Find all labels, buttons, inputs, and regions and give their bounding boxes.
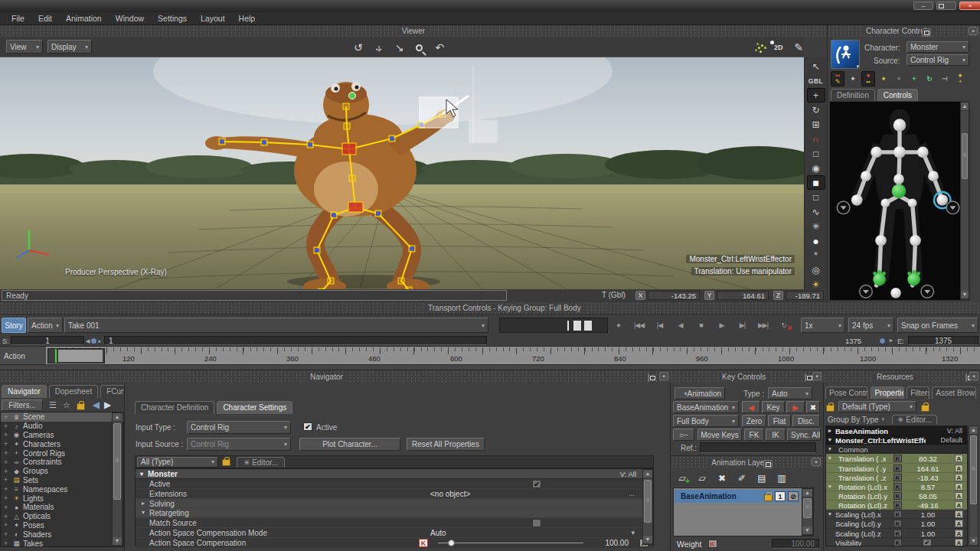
reset-all-properties-button[interactable]: Reset All Properties [407,438,485,451]
right-elbow-joint[interactable] [928,171,939,181]
goto-start-button[interactable]: |◀◀ [629,318,649,333]
zero-button[interactable]: Zero [742,415,766,427]
menu-item[interactable]: Animation [59,14,109,23]
expand-icon[interactable] [4,494,11,502]
axes-display[interactable]: * [807,248,825,262]
expand-icon[interactable] [4,440,11,448]
head-effector[interactable] [349,93,356,99]
resources-lock-icon-2[interactable] [921,405,929,412]
camera-gizmo-toggle[interactable]: ◎ [807,262,825,277]
z-coordinate-field[interactable]: -189.71 [786,291,824,300]
animation-layers-header[interactable]: Animation Layers × [671,456,823,469]
expand-icon[interactable] [4,468,11,475]
tree-item[interactable]: ◐ Shaders [1,530,123,539]
compensation-slider-knob[interactable] [448,540,455,546]
menu-item[interactable]: Settings [151,14,194,23]
key-badge[interactable]: K [893,492,902,500]
right-knee-joint[interactable] [910,235,921,246]
playback-speed-dropdown[interactable]: 1x [801,318,845,333]
key-badge[interactable]: K [893,501,902,509]
animation-mode-dropdown[interactable]: Animation [675,387,725,399]
property-row[interactable]: Extensions <no object> ... [136,489,653,499]
layer-brush-button[interactable]: ✐ [734,472,750,484]
duplicate-layer-button[interactable]: ▱ [694,472,710,484]
resources-tab[interactable]: Pose Controls [825,386,868,399]
menu-item[interactable]: Help [232,14,263,23]
timeline-ruler[interactable]: Action 120240360480600720840960108012001… [0,346,980,364]
expand-icon[interactable] [4,504,11,511]
expand-icon[interactable] [4,540,11,547]
character-controls-tab[interactable]: Definition [831,89,875,102]
property-row[interactable]: ▾ Retargeting [136,508,653,518]
layer-row[interactable]: BaseAnimation 1 ⊘ [675,490,800,503]
timeline-preview[interactable] [499,318,608,333]
input-source-dropdown[interactable]: Control Rig [187,438,291,451]
timeline-range-track[interactable] [47,348,105,364]
resource-property-row[interactable]: ▸ BaseAnimation V: All [826,426,967,435]
tree-item[interactable]: + Control Rigs [1,448,123,458]
type-dropdown[interactable]: Default (Type) [838,401,916,412]
source-dropdown[interactable]: Control Rig [906,54,969,66]
property-checkbox[interactable]: ✔ [532,480,541,488]
menu-item[interactable]: File [5,14,31,23]
tree-item[interactable]: ▦ Takes [1,539,123,547]
menu-item[interactable]: Edit [31,14,59,23]
key-type-dropdown[interactable]: Auto [768,387,812,399]
previous-key-button[interactable]: |◀ [649,318,670,333]
key-controls-float-icon[interactable] [805,373,806,382]
polygon-display[interactable]: ● [807,233,825,248]
key-badge[interactable]: K [893,474,902,481]
navigator-close-icon[interactable]: × [659,372,668,380]
full-body-keying-icon[interactable]: ✦•• [861,71,875,86]
tree-item[interactable]: ◆ Groups [1,467,123,476]
resource-property-row[interactable]: Rotation (Lcl).z K -49.16 A [826,500,967,510]
group-by-label[interactable]: Group By Type [828,416,879,424]
new-layer-button[interactable]: ▱+ [675,472,690,484]
marker-tool[interactable]: ✳ [807,219,825,233]
left-elbow-joint[interactable] [861,171,871,181]
expand-icon[interactable] [4,530,11,538]
tree-item[interactable]: ✦ Poses [1,521,123,530]
take-dropdown[interactable]: Take 001 [64,318,488,333]
region-select-tool[interactable]: □ [807,146,825,161]
resource-property-row[interactable]: ▾ Common [826,445,967,454]
tree-item[interactable]: ☀ Lights [1,494,123,503]
tree-item[interactable]: ≡ Namespaces [1,484,123,494]
delete-layer-button[interactable]: ✖ [714,472,730,484]
key-badge[interactable]: K [893,530,902,537]
key-badge[interactable]: K [893,465,902,472]
resource-property-row[interactable]: Translation ( .z K -18.43 A [826,473,967,482]
move-keys-button[interactable]: Move Keys [697,429,742,441]
viewer-panel-header[interactable]: Viewer [0,25,827,37]
resources-float-icon[interactable] [965,373,967,382]
pan-tool[interactable] [374,42,384,53]
tree-item[interactable]: ♪ Audio [1,422,123,431]
anim-badge[interactable]: A [955,483,963,491]
keying-group-dropdown[interactable]: Full Body [673,415,739,427]
layer-mute-icon[interactable]: ⊘ [788,491,799,501]
shaded-display-mode[interactable]: ■ [807,175,825,190]
chest-effector[interactable] [342,143,356,155]
pin-both-icon[interactable]: ⊣ [938,71,952,86]
character-settings-tab[interactable]: Character Definition [135,401,214,414]
merge-all-layers-button[interactable]: ▥ [774,472,789,484]
key-flag-badge[interactable]: K [419,539,428,547]
float-panel-icon[interactable] [922,28,931,37]
chest-joint[interactable] [893,146,906,158]
character-controls-tab[interactable]: Controls [877,89,918,102]
frame-spinner[interactable]: ◀▸ [86,337,101,345]
tree-item[interactable]: ● Materials [1,503,123,512]
tree-item[interactable]: ♛ Scene [1,412,123,422]
expand-icon[interactable] [4,413,11,421]
resource-property-row[interactable]: ▾ Scaling (Lcl).x K 1.00 A [826,510,967,519]
menu-item[interactable]: Layout [194,14,232,23]
expand-icon[interactable] [4,521,11,529]
pin-translation-icon[interactable]: + [907,71,921,86]
weight-value-field[interactable]: 100.00 [772,539,819,549]
step-back-button[interactable]: ◀ [670,318,691,333]
property-row[interactable]: Match Source [136,518,653,528]
delete-key-button[interactable]: ✖ [806,401,820,413]
character-settings-tab[interactable]: Character Settings [217,401,292,414]
hips-joint-active[interactable] [892,184,906,198]
key-mode-icon-button[interactable]: ○┄ [673,429,694,441]
